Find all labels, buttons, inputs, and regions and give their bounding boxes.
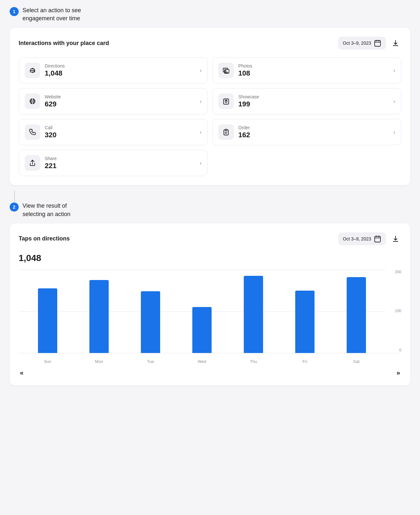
calendar-icon	[374, 39, 381, 47]
interaction-item-call[interactable]: Call 320 ›	[19, 119, 208, 145]
y-label-0: 0	[386, 348, 401, 353]
website-value: 629	[45, 100, 195, 108]
call-icon	[29, 128, 36, 136]
interactions-date-badge[interactable]: Oct 3–9, 2023	[338, 37, 386, 50]
interaction-item-website[interactable]: Website 629 ›	[19, 88, 208, 114]
bar-group-sat	[331, 270, 382, 353]
x-label-wed: Wed	[176, 359, 228, 364]
step-2-text: View the result ofselecting an action	[23, 202, 70, 218]
chart-date-text: Oct 3–9, 2023	[343, 236, 371, 241]
chart-bars	[19, 270, 385, 353]
share-value: 221	[45, 162, 195, 170]
bar-group-mon	[73, 270, 125, 353]
interaction-item-order[interactable]: Order 162 ›	[212, 119, 401, 145]
svg-rect-15	[375, 236, 380, 242]
interactions-date-text: Oct 3–9, 2023	[343, 41, 371, 46]
chart-download-icon	[392, 235, 399, 243]
x-label-mon: Mon	[73, 359, 125, 364]
chart-download-button[interactable]	[390, 233, 401, 245]
interaction-item-directions[interactable]: Directions 1,048 ›	[19, 57, 208, 84]
interactions-card-title: Interactions with your place card	[19, 40, 109, 47]
share-icon	[29, 159, 36, 167]
chart-area: 200 100 0	[19, 270, 401, 353]
x-label-sun: Sun	[22, 359, 73, 364]
bar-fri[interactable]	[295, 291, 315, 353]
interactions-card-header: Interactions with your place card Oct 3–…	[19, 37, 401, 50]
step-2-circle: 2	[10, 203, 19, 212]
bar-group-thu	[228, 270, 279, 353]
grid-line-bottom	[19, 353, 385, 353]
directions-chevron: ›	[200, 67, 202, 74]
call-chevron: ›	[200, 129, 202, 136]
photos-icon	[222, 67, 230, 74]
bar-sun[interactable]	[38, 288, 57, 353]
website-chevron: ›	[200, 98, 202, 105]
svg-rect-0	[375, 41, 380, 46]
call-icon-wrap	[25, 124, 40, 140]
download-icon	[392, 39, 399, 47]
bar-group-sun	[22, 270, 73, 353]
bar-wed[interactable]	[192, 307, 212, 353]
order-info: Order 162	[238, 125, 389, 139]
svg-point-5	[31, 72, 32, 72]
showcase-value: 199	[238, 100, 389, 108]
chart-card: Taps on directions Oct 3–9, 2023 1,048	[10, 223, 410, 385]
showcase-label: Showcase	[238, 94, 389, 99]
showcase-info: Showcase 199	[238, 94, 389, 108]
bar-thu[interactable]	[244, 276, 263, 353]
y-label-100: 100	[386, 309, 401, 313]
call-value: 320	[45, 131, 195, 139]
step-1-circle: 1	[10, 7, 19, 16]
interactions-grid: Directions 1,048 › Photos 108 ›	[19, 57, 401, 176]
photos-label: Photos	[238, 63, 389, 68]
directions-info: Directions 1,048	[45, 63, 195, 77]
chart-card-header: Taps on directions Oct 3–9, 2023	[19, 232, 401, 245]
photos-icon-wrap	[218, 63, 234, 78]
chart-header-right: Oct 3–9, 2023	[338, 232, 401, 245]
y-axis-labels: 200 100 0	[386, 270, 401, 353]
chart-nav: « »	[19, 369, 401, 376]
interaction-item-photos[interactable]: Photos 108 ›	[212, 57, 401, 84]
interactions-card-header-right: Oct 3–9, 2023	[338, 37, 401, 50]
step-1-text: Select an action to seeengagement over t…	[23, 6, 81, 23]
call-info: Call 320	[45, 125, 195, 139]
chart-date-badge[interactable]: Oct 3–9, 2023	[338, 232, 386, 245]
order-icon-wrap	[218, 124, 234, 140]
interactions-card: Interactions with your place card Oct 3–…	[10, 28, 410, 185]
chart-container: 200 100 0 SunMonTueWedThuFriSat	[19, 270, 401, 364]
bar-tue[interactable]	[141, 291, 160, 353]
photos-info: Photos 108	[238, 63, 389, 77]
call-label: Call	[45, 125, 195, 130]
interaction-item-share[interactable]: Share 221 ›	[19, 150, 208, 176]
chart-total-value: 1,048	[19, 253, 401, 263]
showcase-icon-wrap	[218, 94, 234, 109]
share-info: Share 221	[45, 156, 195, 170]
bar-sat[interactable]	[347, 277, 366, 353]
x-label-thu: Thu	[228, 359, 279, 364]
bar-mon[interactable]	[89, 280, 109, 353]
photos-value: 108	[238, 69, 389, 77]
svg-rect-11	[224, 99, 229, 104]
order-icon	[222, 128, 230, 136]
chart-card-title: Taps on directions	[19, 235, 70, 242]
interaction-item-showcase[interactable]: Showcase 199 ›	[212, 88, 401, 114]
showcase-icon	[222, 97, 230, 105]
svg-point-6	[33, 72, 34, 72]
directions-label: Directions	[45, 63, 195, 68]
step-1-label: 1 Select an action to seeengagement over…	[10, 6, 410, 23]
order-chevron: ›	[393, 129, 395, 136]
interactions-download-button[interactable]	[390, 37, 401, 49]
share-chevron: ›	[200, 160, 202, 167]
bar-group-tue	[125, 270, 176, 353]
website-info: Website 629	[45, 94, 195, 108]
x-axis-labels: SunMonTueWedThuFriSat	[19, 357, 385, 364]
website-icon-wrap	[25, 94, 40, 109]
chart-next-button[interactable]: »	[397, 369, 400, 376]
share-icon-wrap	[25, 155, 40, 171]
bar-group-wed	[176, 270, 228, 353]
photos-chevron: ›	[393, 67, 395, 74]
order-label: Order	[238, 125, 389, 130]
x-label-sat: Sat	[331, 359, 382, 364]
chart-prev-button[interactable]: «	[20, 369, 23, 376]
website-icon	[29, 97, 36, 105]
